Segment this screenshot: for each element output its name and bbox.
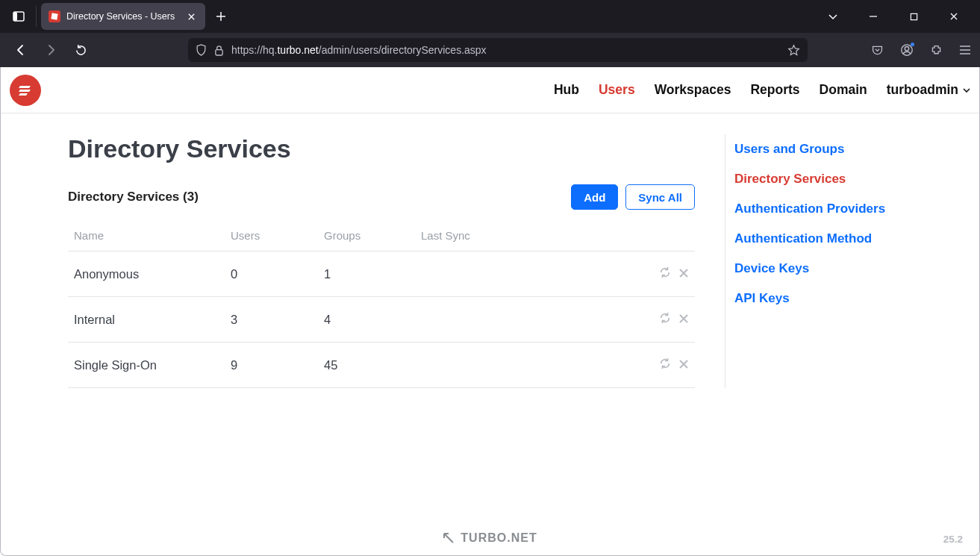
top-nav: Hub Users Workspaces Reports Domain turb… (554, 82, 970, 98)
content: Directory Services Directory Services (3… (1, 113, 979, 388)
window-controls (822, 5, 974, 28)
tab-title: Directory Services - Users (66, 11, 178, 22)
extensions-icon[interactable] (930, 44, 943, 57)
tracking-shield-icon[interactable] (196, 44, 207, 56)
row-sync-button[interactable] (659, 357, 671, 369)
cell-lastsync (415, 343, 635, 388)
nav-domain[interactable]: Domain (820, 82, 867, 98)
table-row[interactable]: Anonymous01 (68, 252, 695, 297)
cell-lastsync (415, 252, 635, 297)
back-button[interactable] (9, 38, 33, 62)
page-title: Directory Services (68, 134, 695, 163)
row-sync-button[interactable] (659, 312, 671, 324)
account-icon[interactable] (900, 43, 914, 57)
cell-name: Single Sign-On (68, 343, 225, 388)
directory-services-table: Name Users Groups Last Sync Anonymous01I… (68, 220, 695, 388)
col-groups: Groups (318, 220, 415, 252)
svg-rect-1 (13, 12, 17, 21)
browser-tabbar: Directory Services - Users (0, 0, 980, 33)
svg-rect-2 (51, 13, 57, 19)
cell-groups: 4 (318, 297, 415, 343)
window-maximize-button[interactable] (902, 5, 925, 28)
list-header: Directory Services (3) Add Sync All (68, 184, 695, 210)
sidenav-item[interactable]: Authentication Providers (734, 194, 885, 224)
browser-toolbar: https://hq.turbo.net/admin/users/directo… (0, 33, 980, 67)
address-bar[interactable]: https://hq.turbo.net/admin/users/directo… (188, 38, 808, 62)
separator (36, 6, 37, 27)
app-menu-button[interactable] (959, 45, 971, 55)
row-delete-button[interactable] (678, 268, 689, 278)
sidenav-item[interactable]: Users and Groups (734, 134, 885, 164)
bookmark-star-icon[interactable] (787, 44, 800, 57)
sidenav-item[interactable]: Directory Services (734, 164, 885, 194)
nav-user-menu[interactable]: turboadmin (887, 82, 970, 98)
sync-all-button[interactable]: Sync All (625, 184, 695, 210)
nav-users[interactable]: Users (599, 82, 635, 98)
col-lastsync: Last Sync (415, 220, 635, 252)
browser-chrome: Directory Services - Users (0, 0, 980, 67)
table-row[interactable]: Internal34 (68, 297, 695, 343)
svg-point-6 (905, 47, 908, 51)
toolbar-right (871, 43, 971, 57)
sidenav-item[interactable]: API Keys (734, 284, 885, 313)
col-users: Users (225, 220, 318, 252)
row-delete-button[interactable] (678, 359, 689, 369)
col-name: Name (68, 220, 225, 252)
sidenav-item[interactable]: Authentication Method (734, 224, 885, 254)
reload-button[interactable] (69, 38, 93, 62)
row-sync-button[interactable] (659, 266, 671, 278)
tabs-dropdown-button[interactable] (822, 5, 844, 28)
turbo-logo[interactable] (10, 75, 41, 106)
cell-groups: 45 (318, 343, 415, 388)
window-close-button[interactable] (943, 5, 965, 28)
cell-users: 9 (225, 343, 318, 388)
cell-lastsync (415, 297, 635, 343)
row-delete-button[interactable] (678, 313, 689, 324)
cell-name: Internal (68, 297, 225, 343)
cell-groups: 1 (318, 252, 415, 297)
cell-users: 0 (225, 252, 318, 297)
col-actions (635, 220, 695, 252)
cell-name: Anonymous (68, 252, 225, 297)
svg-rect-3 (911, 13, 917, 19)
cell-users: 3 (225, 297, 318, 343)
nav-hub[interactable]: Hub (554, 82, 579, 98)
page-viewport: Hub Users Workspaces Reports Domain turb… (0, 67, 980, 556)
footer-brand: TURBO.NET (1, 531, 979, 545)
svg-rect-4 (216, 49, 222, 54)
turbo-mark-icon (443, 532, 455, 544)
list-title: Directory Services (3) (68, 190, 199, 204)
caret-down-icon (963, 88, 970, 93)
turbo-favicon (49, 10, 60, 22)
table-row[interactable]: Single Sign-On945 (68, 343, 695, 388)
window-minimize-button[interactable] (862, 5, 884, 28)
browser-tab[interactable]: Directory Services - Users (41, 3, 205, 30)
tab-close-button[interactable] (184, 10, 198, 23)
url-text: https://hq.turbo.net/admin/users/directo… (231, 44, 487, 56)
sidenav-item[interactable]: Device Keys (734, 254, 885, 284)
forward-button[interactable] (39, 38, 63, 62)
version-label: 25.2 (943, 534, 963, 545)
site-header: Hub Users Workspaces Reports Domain turb… (1, 67, 979, 113)
pocket-icon[interactable] (871, 44, 884, 57)
lock-icon[interactable] (214, 45, 224, 56)
nav-user-label: turboadmin (887, 82, 958, 98)
nav-workspaces[interactable]: Workspaces (655, 82, 731, 98)
nav-reports[interactable]: Reports (750, 82, 799, 98)
sidebar-toggle-button[interactable] (6, 4, 31, 29)
new-tab-button[interactable] (210, 5, 232, 28)
main-panel: Directory Services Directory Services (3… (68, 134, 695, 388)
add-button[interactable]: Add (571, 184, 618, 210)
side-nav: Users and GroupsDirectory ServicesAuthen… (725, 134, 885, 388)
